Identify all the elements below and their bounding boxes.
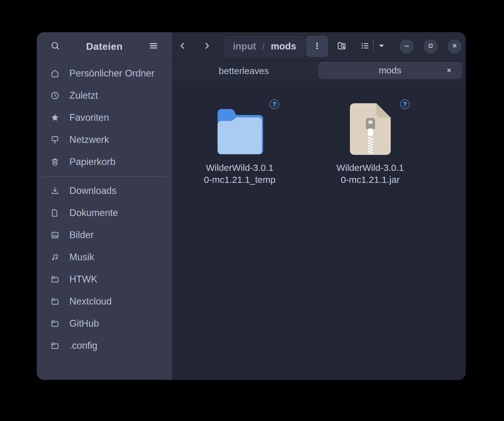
folder-icon xyxy=(50,296,60,307)
star-icon xyxy=(50,112,60,123)
back-button[interactable] xyxy=(174,38,191,55)
sidebar-item-pictures[interactable]: Bilder xyxy=(40,224,169,246)
download-icon xyxy=(50,186,60,196)
breadcrumb-parent[interactable]: input xyxy=(233,41,256,52)
sidebar-item-label: HTWK xyxy=(69,274,97,285)
sidebar-list: Persönlicher Ordner Zuletzt Favoriten xyxy=(37,61,172,359)
breadcrumb-current[interactable]: mods xyxy=(271,41,296,52)
tab-betterleaves[interactable]: betterleaves xyxy=(172,61,316,81)
file-name-line: 0-mc1.21.1.jar xyxy=(336,174,404,186)
close-icon xyxy=(445,67,453,74)
app-title: Dateien xyxy=(86,41,122,52)
folder-icon xyxy=(50,340,60,351)
image-icon xyxy=(50,230,60,240)
headerbar: input / mods xyxy=(172,32,466,61)
sidebar-item-htwk[interactable]: HTWK xyxy=(40,268,169,290)
sidebar-item-trash[interactable]: Papierkorb xyxy=(40,151,169,173)
minimize-icon xyxy=(403,42,410,51)
file-item-folder[interactable]: ? WilderWild-3.0.1 0-mc1.21.1_temp xyxy=(195,102,284,186)
sidebar-item-starred[interactable]: Favoriten xyxy=(40,107,169,129)
tab-bar: betterleaves mods xyxy=(172,61,466,81)
file-name: WilderWild-3.0.1 0-mc1.21.1.jar xyxy=(336,162,404,186)
folder-icon xyxy=(50,318,60,329)
chevron-left-icon xyxy=(178,41,187,52)
main-pane: input / mods xyxy=(172,32,466,380)
question-emblem: ? xyxy=(269,99,279,109)
sidebar-item-label: Downloads xyxy=(69,185,116,196)
zip-file-large-icon xyxy=(350,103,391,156)
sidebar-item-label: GitHub xyxy=(69,318,99,329)
caret-down-icon xyxy=(377,41,386,52)
file-name-line: WilderWild-3.0.1 xyxy=(336,162,404,174)
maximize-icon xyxy=(427,42,434,51)
file-manager-window: Dateien Persönlicher Ordner xyxy=(37,32,466,380)
path-menu-button[interactable] xyxy=(306,36,328,57)
view-toggle-button[interactable] xyxy=(357,38,390,55)
file-item-archive[interactable]: ? WilderWild-3.0.1 0-mc1.21.1.jar xyxy=(326,102,415,186)
sidebar-item-label: .config xyxy=(69,340,97,351)
search-button[interactable] xyxy=(47,38,63,54)
question-emblem-glyph: ? xyxy=(273,101,276,108)
file-name: WilderWild-3.0.1 0-mc1.21.1_temp xyxy=(204,162,275,186)
sidebar-item-home[interactable]: Persönlicher Ordner xyxy=(40,62,169,85)
folder-icon xyxy=(50,274,60,285)
sidebar-header: Dateien xyxy=(37,32,172,61)
home-icon xyxy=(50,68,60,79)
sidebar-item-network[interactable]: Netzwerk xyxy=(40,129,169,151)
file-name-line: WilderWild-3.0.1 xyxy=(204,162,275,174)
trash-icon xyxy=(50,157,60,167)
sidebar-item-label: Nextcloud xyxy=(69,296,112,307)
hamburger-menu-icon xyxy=(148,41,159,52)
list-view-icon xyxy=(360,41,370,52)
sidebar-item-label: Musik xyxy=(69,252,94,263)
sidebar-item-github[interactable]: GitHub xyxy=(40,313,169,335)
view-toggle-separator xyxy=(373,40,374,53)
icon-stage xyxy=(216,102,264,156)
network-icon xyxy=(50,135,60,145)
forward-button[interactable] xyxy=(199,38,215,55)
sidebar-item-recent[interactable]: Zuletzt xyxy=(40,85,169,107)
sidebar-item-label: Persönlicher Ordner xyxy=(69,68,154,79)
sidebar-item-label: Bilder xyxy=(69,230,94,241)
document-icon xyxy=(50,208,60,218)
sidebar-item-label: Papierkorb xyxy=(69,156,115,167)
tab-close-button[interactable] xyxy=(443,64,455,77)
search-icon xyxy=(50,41,60,52)
breadcrumb: input / mods xyxy=(225,36,304,57)
sidebar-divider xyxy=(42,176,166,177)
tab-label: betterleaves xyxy=(219,66,269,76)
close-icon xyxy=(451,42,458,51)
question-emblem-glyph: ? xyxy=(403,101,407,108)
folder-large-icon xyxy=(216,107,264,156)
sidebar-item-label: Favoriten xyxy=(69,112,109,123)
breadcrumb-separator: / xyxy=(262,41,265,51)
chevron-right-icon xyxy=(202,41,211,52)
maximize-button[interactable] xyxy=(424,39,438,53)
minimize-button[interactable] xyxy=(400,39,414,53)
tab-label: mods xyxy=(379,65,401,76)
question-emblem: ? xyxy=(400,99,410,109)
sidebar-item-config[interactable]: .config xyxy=(40,335,169,357)
close-window-button[interactable] xyxy=(448,39,462,53)
sidebar-item-label: Zuletzt xyxy=(69,90,98,101)
search-folder-button[interactable] xyxy=(333,38,350,55)
sidebar: Dateien Persönlicher Ordner xyxy=(37,32,172,380)
sidebar-item-label: Dokumente xyxy=(69,207,118,218)
main-menu-button[interactable] xyxy=(145,38,161,54)
sidebar-item-nextcloud[interactable]: Nextcloud xyxy=(40,290,169,313)
music-icon xyxy=(50,252,60,262)
sidebar-item-documents[interactable]: Dokumente xyxy=(40,202,169,224)
sidebar-item-music[interactable]: Musik xyxy=(40,246,169,268)
sidebar-item-downloads[interactable]: Downloads xyxy=(40,180,169,202)
sidebar-item-label: Netzwerk xyxy=(69,134,109,145)
file-grid: ? WilderWild-3.0.1 0-mc1.21.1_temp xyxy=(172,81,466,380)
icon-stage xyxy=(350,102,391,156)
clock-icon xyxy=(50,90,60,101)
file-name-line: 0-mc1.21.1_temp xyxy=(204,174,275,186)
tab-mods[interactable]: mods xyxy=(318,62,462,79)
kebab-menu-icon xyxy=(312,41,322,52)
folder-search-icon xyxy=(336,40,347,53)
